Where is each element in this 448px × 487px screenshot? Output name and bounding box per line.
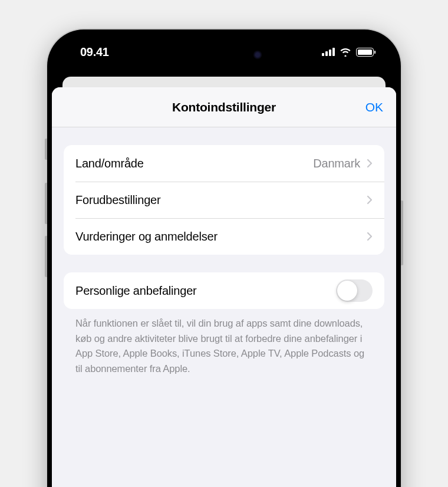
power-button (401, 200, 403, 265)
recommendations-toggle[interactable] (336, 279, 373, 302)
toggle-knob (337, 281, 357, 301)
settings-group-1: Land/område Danmark Forudbestillinger (64, 145, 384, 255)
volume-down-button (45, 236, 47, 277)
modal-header: Kontoindstillinger OK (52, 87, 396, 127)
country-region-value: Danmark (313, 157, 360, 170)
modal-body: Land/område Danmark Forudbestillinger (52, 127, 396, 376)
recommendations-row: Personlige anbefalinger (64, 272, 384, 309)
recommendations-label: Personlige anbefalinger (75, 284, 336, 298)
wifi-icon (340, 47, 351, 57)
chevron-right-icon (367, 195, 373, 205)
chevron-right-icon (367, 159, 373, 168)
preorders-row[interactable]: Forudbestillinger (64, 182, 384, 218)
phone-screen: 09.41 (52, 34, 396, 487)
battery-icon (356, 48, 374, 57)
screen-content: Kontoindstillinger OK Land/område Danmar… (52, 70, 396, 487)
account-settings-sheet: Kontoindstillinger OK Land/område Danmar… (52, 87, 396, 487)
preorders-label: Forudbestillinger (75, 193, 367, 207)
recommendations-footer-text: Når funktionen er slået til, vil din bru… (64, 316, 384, 376)
chevron-right-icon (367, 232, 373, 241)
dynamic-island (180, 43, 268, 67)
country-region-row[interactable]: Land/område Danmark (64, 145, 384, 182)
mute-switch (45, 139, 47, 160)
ratings-reviews-label: Vurderinger og anmeldelser (75, 230, 367, 244)
ratings-reviews-row[interactable]: Vurderinger og anmeldelser (64, 218, 384, 255)
volume-up-button (45, 183, 47, 224)
settings-group-2: Personlige anbefalinger (64, 272, 384, 309)
done-button[interactable]: OK (365, 100, 383, 114)
status-icons (322, 47, 374, 57)
country-region-label: Land/område (75, 157, 313, 170)
status-time: 09.41 (80, 45, 109, 59)
cellular-signal-icon (322, 48, 335, 56)
modal-title: Kontoindstillinger (172, 100, 276, 114)
phone-frame: 09.41 (47, 29, 401, 487)
